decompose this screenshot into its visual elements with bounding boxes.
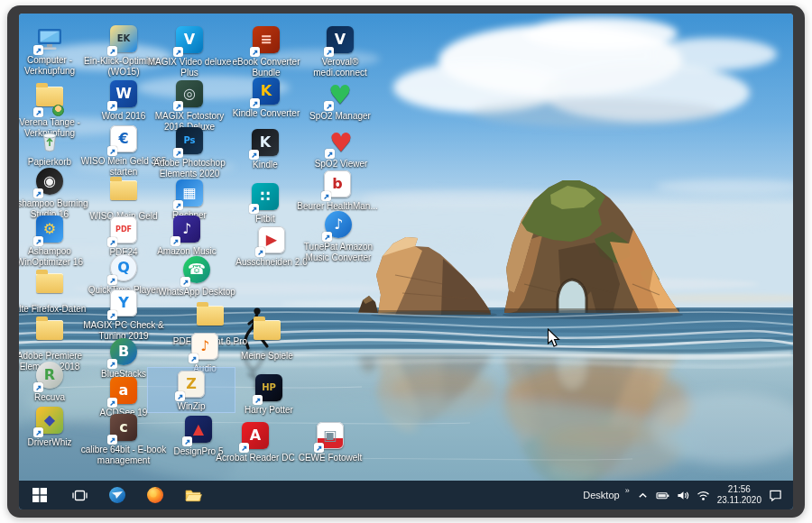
icon-label: WhatsApp Desktop: [153, 287, 240, 298]
desktop-icon-magix-fotostory[interactable]: ◎MAGIX Fotostory 2016 Deluxe: [146, 78, 233, 132]
desktop-icons-layer: Computer - VerknüpfungVerena Tange - Ver…: [19, 14, 793, 481]
wifi-icon[interactable]: [697, 490, 710, 501]
firefox-button[interactable]: [136, 481, 174, 509]
audio-icon: ♪: [190, 333, 219, 362]
desktop-icon-kindle[interactable]: KKindle: [222, 126, 309, 170]
desktop-toolbar-label[interactable]: Desktop: [583, 490, 619, 500]
desktop-icon-spo2-manager[interactable]: ♥SpO2 Manager: [297, 78, 383, 122]
shortcut-arrow-icon: [33, 236, 43, 246]
whatsapp-desktop-icon: ☎: [182, 256, 211, 285]
icon-label: TunePat Amazon Music Converter: [295, 242, 382, 262]
action-center-icon: [769, 489, 782, 501]
shortcut-arrow-icon: [33, 188, 43, 198]
bluestacks-icon: B: [109, 338, 138, 367]
desktop-icon-veroval[interactable]: VVeroval® medi.connect: [297, 23, 383, 78]
desktop-icon-cewe-fotowelt[interactable]: ▣CEWE Fotowelt: [287, 419, 374, 463]
desktop-icon-meine-spiele[interactable]: Meine Spiele: [224, 311, 310, 362]
shortcut-arrow-icon: [322, 232, 332, 242]
alte-firefox-daten-icon: [35, 273, 64, 302]
magix-pc-check-icon: Y: [109, 289, 138, 318]
icon-label: MAGIX Video deluxe Plus: [146, 57, 233, 78]
shortcut-arrow-icon: [33, 427, 43, 437]
shortcut-arrow-icon: [249, 150, 259, 160]
amazon-music-icon: ♪: [172, 216, 201, 244]
clock-time: 21:56: [717, 484, 761, 496]
word-2016-icon: W: [109, 80, 138, 109]
acrobat-reader-icon: A: [241, 422, 270, 451]
thunderbird-icon: [108, 486, 126, 504]
verena-tange-icon: [35, 87, 64, 115]
driverwhiz-icon: ◆: [35, 407, 64, 436]
action-center-button[interactable]: [769, 489, 782, 501]
shortcut-arrow-icon: [324, 47, 334, 57]
file-explorer-button[interactable]: [174, 481, 212, 509]
tray-status-icons: [637, 490, 710, 501]
shortcut-arrow-icon: [107, 359, 117, 369]
task-view-icon: [72, 488, 88, 503]
desktop-icon-harry-potter[interactable]: HPHarry Potter: [226, 372, 312, 416]
shortcut-arrow-icon: [255, 247, 265, 257]
start-button[interactable]: [19, 481, 60, 509]
ashampoo-winoptimizer-icon: ⚙: [35, 216, 64, 244]
taskbar: Desktop » 21:56 23.11.2020: [19, 481, 793, 509]
veroval-icon: V: [326, 26, 355, 55]
harry-potter-icon: HP: [254, 374, 283, 403]
system-tray: Desktop » 21:56 23.11.2020: [583, 481, 793, 509]
quicktime-player-icon: Q: [109, 254, 138, 283]
taskbar-buttons: [19, 481, 212, 509]
adobe-premiere-elements-icon: [35, 320, 64, 349]
desktop-icon-spo2-viewer[interactable]: ♥SpO2 Viewer: [298, 126, 384, 170]
shortcut-arrow-icon: [250, 98, 260, 108]
shortcut-arrow-icon: [239, 443, 249, 453]
desktop-icon-photoshop-elements[interactable]: PsAdobe Photoshop Elements 2020: [146, 124, 233, 179]
wiso-mein-geld-2018-icon: [109, 180, 138, 209]
desktop-icon-amazon-music[interactable]: ♪Amazon Music: [143, 213, 230, 257]
desktop: Computer - VerknüpfungVerena Tange - Ver…: [19, 14, 793, 509]
magix-video-deluxe-icon: V: [175, 26, 204, 55]
icon-label: Harry Potter: [226, 405, 312, 416]
file-explorer-icon: [184, 486, 202, 504]
screenshot-page: Computer - VerknüpfungVerena Tange - Ver…: [0, 0, 812, 523]
desktop-icon-calibre[interactable]: ccalibre 64bit - E-book management: [80, 411, 167, 465]
hidden-icons-chevron-icon[interactable]: [637, 490, 649, 501]
shortcut-arrow-icon: [107, 146, 117, 156]
icon-label: calibre 64bit - E-book management: [80, 445, 167, 465]
shortcut-arrow-icon: [173, 47, 183, 57]
ausschneiden-icon: ▶: [257, 226, 286, 255]
desktop-icon-beurer[interactable]: bBeurer HealthMan...: [294, 168, 381, 212]
shortcut-arrow-icon: [171, 236, 180, 246]
icon-label: Adobe Photoshop Elements 2020: [146, 158, 233, 179]
shortcut-arrow-icon: [321, 191, 331, 201]
icon-label: Acrobat Reader DC: [212, 453, 299, 463]
shortcut-arrow-icon: [175, 391, 185, 401]
icon-label: SpO2 Manager: [297, 111, 383, 122]
task-view-button[interactable]: [60, 481, 98, 509]
firefox-icon: [146, 486, 164, 504]
shortcut-arrow-icon: [325, 149, 335, 159]
taskbar-clock[interactable]: 21:56 23.11.2020: [717, 484, 761, 507]
computer-icon: [35, 24, 64, 53]
windows-logo-icon: [32, 488, 47, 502]
shortcut-arrow-icon: [314, 443, 324, 453]
designpro-icon: ▲: [184, 416, 213, 445]
desktop-icon-magix-video-deluxe[interactable]: VMAGIX Video deluxe Plus: [146, 23, 233, 78]
winzip-icon: Z: [177, 371, 206, 399]
shortcut-arrow-icon: [173, 148, 183, 158]
toolbar-overflow-chevron[interactable]: »: [625, 486, 630, 495]
shortcut-arrow-icon: [107, 310, 117, 320]
shortcut-arrow-icon: [180, 277, 190, 287]
battery-icon[interactable]: [656, 490, 669, 501]
icon-label: Veroval® medi.connect: [297, 57, 383, 78]
tunepat-icon: ♪: [324, 211, 353, 240]
desktop-icon-whatsapp-desktop[interactable]: ☎WhatsApp Desktop: [153, 253, 240, 298]
desktop-icon-tunepat[interactable]: ♪TunePat Amazon Music Converter: [295, 208, 382, 262]
volume-icon[interactable]: [677, 490, 689, 501]
shortcut-arrow-icon: [189, 353, 198, 363]
window-frame: Computer - VerknüpfungVerena Tange - Ver…: [7, 5, 805, 518]
shortcut-arrow-icon: [249, 204, 259, 214]
desktop-icon-winzip[interactable]: ZWinZip: [148, 368, 235, 412]
desktop-icon-acrobat-reader[interactable]: AAcrobat Reader DC: [212, 419, 299, 463]
thunderbird-button[interactable]: [98, 481, 136, 509]
clock-date: 23.11.2020: [717, 495, 761, 507]
shortcut-arrow-icon: [33, 382, 43, 392]
